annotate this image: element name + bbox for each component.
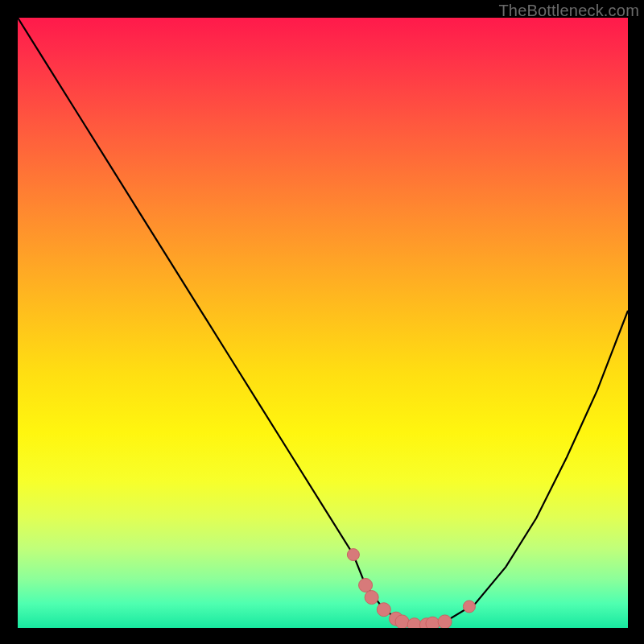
curve-marker bbox=[359, 578, 373, 592]
curve-marker bbox=[377, 603, 390, 617]
curve-marker bbox=[438, 615, 452, 628]
curve-marker bbox=[365, 591, 378, 605]
plot-area bbox=[18, 18, 628, 628]
chart-svg bbox=[18, 18, 628, 628]
curve-marker bbox=[347, 549, 359, 561]
curve-marker bbox=[407, 618, 421, 628]
curve-marker bbox=[395, 615, 409, 628]
chart-stage: TheBottleneck.com bbox=[0, 0, 644, 644]
curve-marker bbox=[463, 601, 475, 613]
bottleneck-curve bbox=[18, 18, 628, 628]
curve-marker bbox=[426, 617, 440, 628]
